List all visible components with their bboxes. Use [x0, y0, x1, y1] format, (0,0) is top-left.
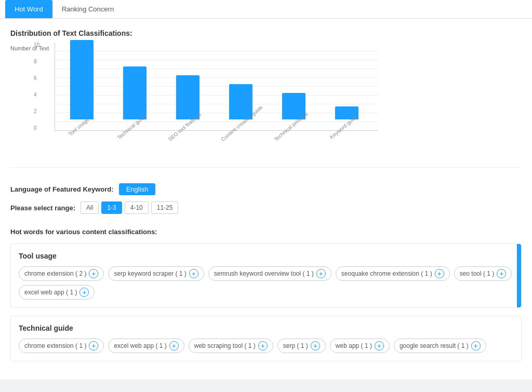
tag: web scraping tool ( 1 )+: [189, 339, 273, 353]
tag-text: seo tool ( 1 ): [460, 270, 495, 277]
chart-area: Number of Text 0 2 4 6 8 10 Tool usageTe…: [10, 43, 522, 157]
tag-text: web app ( 1 ): [336, 342, 372, 349]
tag: seoquake chrome extension ( 1 )+: [336, 266, 450, 281]
tag-text: chrome extension ( 2 ): [24, 270, 86, 277]
range-row: Please select range: All 1-3 4-10 11-25: [10, 201, 522, 214]
tag-text: web scraping tool ( 1 ): [194, 342, 256, 349]
tag-text: excel web app ( 1 ): [24, 289, 77, 296]
tag-text: google search result ( 1 ): [400, 342, 469, 349]
y-tick: 0: [34, 126, 44, 131]
bars-container: Tool usageTechnical guideSEO tool featur…: [55, 43, 378, 131]
tag-add-icon[interactable]: +: [89, 269, 98, 278]
tag-add-icon[interactable]: +: [258, 341, 268, 350]
tag: chrome extension ( 2 )+: [19, 266, 104, 281]
tag-text: serp keyword scraper ( 1 ): [114, 270, 186, 277]
y-tick: 6: [34, 76, 44, 81]
category-name: Tool usage: [19, 252, 513, 260]
tag: serp keyword scraper ( 1 )+: [108, 266, 204, 281]
tag-text: semrush keyword overview tool ( 1 ): [214, 270, 314, 277]
range-buttons: All 1-3 4-10 11-25: [81, 201, 178, 214]
main-content: Distribution of Text Classifications: Nu…: [0, 19, 532, 380]
tag: excel web app ( 1 )+: [19, 285, 95, 300]
tags-row: chrome extension ( 2 )+serp keyword scra…: [19, 266, 513, 300]
tag-add-icon[interactable]: +: [471, 341, 481, 350]
bar-group: Content creation guide: [224, 84, 257, 130]
category-block: Tool usagechrome extension ( 2 )+serp ke…: [10, 244, 522, 308]
bar-group: Technical guide: [118, 66, 151, 130]
range-11-25-button[interactable]: 11-25: [151, 201, 179, 214]
category-name: Technical guide: [19, 324, 513, 332]
chart-section: Distribution of Text Classifications: Nu…: [10, 29, 522, 168]
tag: web app ( 1 )+: [330, 339, 390, 353]
language-english-button[interactable]: English: [119, 183, 156, 195]
tags-row: chrome extension ( 1 )+excel web app ( 1…: [19, 339, 513, 353]
language-row: Language of Featured Keyword: English: [10, 183, 522, 195]
tag: google search result ( 1 )+: [394, 339, 486, 353]
range-all-button[interactable]: All: [81, 201, 99, 214]
chart-inner: 0 2 4 6 8 10 Tool usageTechnical guideSE…: [34, 43, 522, 146]
tab-bar: Hot Word Ranking Concern: [0, 0, 532, 19]
y-tick: 4: [34, 92, 44, 98]
tag-add-icon[interactable]: +: [311, 341, 320, 350]
tag: semrush keyword overview tool ( 1 )+: [208, 266, 331, 281]
tag: seo tool ( 1 )+: [454, 266, 512, 281]
tab-hot-word[interactable]: Hot Word: [5, 0, 52, 18]
categories-container: Tool usagechrome extension ( 2 )+serp ke…: [10, 244, 522, 361]
range-1-3-button[interactable]: 1-3: [101, 201, 122, 214]
tag-add-icon[interactable]: +: [169, 341, 179, 350]
tag: serp ( 1 )+: [277, 339, 326, 353]
category-block: Technical guidechrome extension ( 1 )+ex…: [10, 316, 522, 361]
blue-side-bar: [517, 244, 521, 307]
tag: chrome extension ( 1 )+: [19, 339, 104, 353]
tag-add-icon[interactable]: +: [497, 269, 506, 278]
language-label: Language of Featured Keyword:: [10, 185, 114, 193]
chart-title: Distribution of Text Classifications:: [10, 29, 522, 37]
bar-group: Tool usage: [65, 40, 98, 130]
tag-add-icon[interactable]: +: [79, 288, 89, 297]
tab-ranking-concern[interactable]: Ranking Concern: [52, 0, 123, 18]
tag-add-icon[interactable]: +: [89, 341, 98, 350]
tag-text: seoquake chrome extension ( 1 ): [341, 270, 432, 277]
tag: excel web app ( 1 )+: [108, 339, 184, 353]
y-tick: 2: [34, 109, 44, 114]
tag-add-icon[interactable]: +: [435, 269, 444, 278]
bar-group: Technical principle: [277, 93, 310, 130]
y-tick: 10: [34, 43, 44, 48]
bar: [70, 40, 94, 119]
bar: [123, 66, 147, 119]
range-label: Please select range:: [10, 204, 75, 212]
tag-add-icon[interactable]: +: [316, 269, 326, 278]
range-4-10-button[interactable]: 4-10: [125, 201, 149, 214]
tag-add-icon[interactable]: +: [375, 341, 384, 350]
y-tick: 8: [34, 59, 44, 64]
tag-text: excel web app ( 1 ): [114, 342, 166, 349]
controls-section: Language of Featured Keyword: English Pl…: [10, 178, 522, 228]
tag-add-icon[interactable]: +: [189, 269, 198, 278]
bar: [176, 75, 200, 119]
tag-text: serp ( 1 ): [283, 342, 308, 349]
tag-text: chrome extension ( 1 ): [24, 342, 86, 349]
bar-group: SEO tool features: [171, 75, 204, 130]
hot-words-title: Hot words for various content classifica…: [10, 228, 522, 236]
bar-group: Keyword guide: [330, 106, 363, 131]
